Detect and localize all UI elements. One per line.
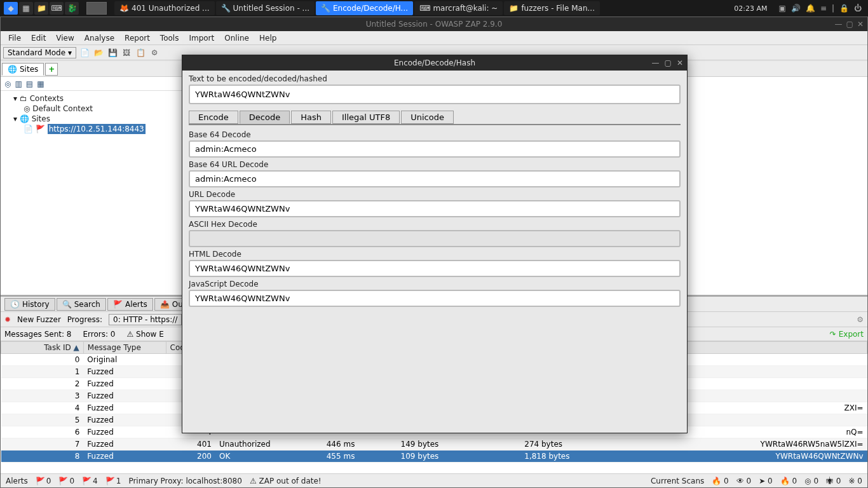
kali-icon[interactable]: 🐉 <box>65 2 79 15</box>
files-icon[interactable]: 📁 <box>34 2 48 15</box>
menu-report[interactable]: Report <box>121 32 154 44</box>
dialog-tab-hash[interactable]: Hash <box>291 111 331 124</box>
window-title: Untitled Session - OWASP ZAP 2.9.0 <box>366 20 503 29</box>
snapshot-icon[interactable]: 🖼 <box>121 47 132 58</box>
section-label: ASCII Hex Decode <box>189 219 681 230</box>
menu-icon[interactable]: ◆ <box>4 2 18 15</box>
menu-view[interactable]: View <box>52 32 78 44</box>
maximize-icon[interactable]: ▢ <box>665 58 672 67</box>
flag-icon: 🚩 <box>82 477 92 485</box>
close-icon[interactable]: ✕ <box>677 58 683 67</box>
flag-icon: 🚩 <box>105 477 115 485</box>
outdated-warning: ⚠ ZAP out of date! <box>250 477 322 485</box>
decode-results: Base 64 DecodeBase 64 URL DecodeURL Deco… <box>189 124 681 307</box>
dialog-titlebar[interactable]: Encode/Decode/Hash — ▢ ✕ <box>182 55 687 71</box>
decode-section: ASCII Hex Decode <box>189 219 681 247</box>
task-item[interactable]: ⌨marcraft@kali: ~ <box>414 1 503 15</box>
dialog-tab-unicode[interactable]: Unicode <box>401 111 454 124</box>
table-row[interactable]: 7Fuzzed401Unauthorized446 ms149 bytes274… <box>1 438 867 451</box>
layout1-icon[interactable]: ▥ <box>15 79 22 88</box>
section-label: Base 64 URL Decode <box>189 159 681 170</box>
dialog-tab-illegal-utf8[interactable]: Illegal UTF8 <box>332 111 400 124</box>
task-list: 🦊401 Unauthorized ...🔧Untitled Session -… <box>111 1 729 15</box>
menu-import[interactable]: Import <box>185 32 218 44</box>
task-item[interactable]: 🦊401 Unauthorized ... <box>114 1 215 15</box>
decode-output[interactable] <box>189 290 681 307</box>
decode-section: URL Decode <box>189 189 681 217</box>
bottom-tab-history[interactable]: 🕓History <box>4 298 55 311</box>
bottom-tab-alerts[interactable]: 🚩Alerts <box>107 298 153 311</box>
task-item[interactable]: 🔧Untitled Session - ... <box>216 1 315 15</box>
decode-output[interactable] <box>189 230 681 247</box>
menu-file[interactable]: File <box>4 32 25 44</box>
chevron-down-icon: ▾ <box>68 48 72 57</box>
dialog-tabs: EncodeDecodeHashIllegal UTF8Unicode <box>189 111 681 124</box>
report-icon[interactable]: 📋 <box>135 47 146 58</box>
close-icon[interactable]: ✕ <box>857 20 864 29</box>
minimize-icon[interactable]: — <box>835 20 843 29</box>
menu-analyse[interactable]: Analyse <box>81 32 118 44</box>
alerts-label: Alerts <box>6 477 28 485</box>
task-item[interactable]: 🔧Encode/Decode/H... <box>316 1 413 15</box>
decode-output[interactable] <box>189 260 681 277</box>
status-bar: Alerts 🚩0 🚩0 🚩4 🚩1 Primary Proxy: localh… <box>1 473 867 487</box>
export-button[interactable]: ↷ Export <box>830 330 864 339</box>
show-errors[interactable]: ⚠ Show E <box>126 330 163 339</box>
window-thumb[interactable] <box>86 2 107 15</box>
sites-tab[interactable]: 🌐Sites <box>2 63 44 76</box>
dialog-title: Encode/Decode/Hash <box>394 58 475 67</box>
minimize-icon[interactable]: — <box>652 58 660 67</box>
terminal-icon[interactable]: ⌨ <box>50 2 64 15</box>
decode-output[interactable] <box>189 200 681 217</box>
globe-icon: 🌐 <box>8 65 17 74</box>
mode-dropdown[interactable]: Standard Mode▾ <box>3 47 76 58</box>
dialog-tab-decode[interactable]: Decode <box>240 111 290 124</box>
settings-icon[interactable]: ⚙ <box>149 47 160 58</box>
lock-icon[interactable]: 🔒 <box>839 4 849 13</box>
menu-edit[interactable]: Edit <box>27 32 50 44</box>
menu-tools[interactable]: Tools <box>156 32 183 44</box>
layout3-icon[interactable]: ▦ <box>37 79 44 88</box>
save-icon[interactable]: 💾 <box>107 47 118 58</box>
site-node-selected[interactable]: https://10.2.51.144:8443 <box>48 124 146 134</box>
dialog-tab-encode[interactable]: Encode <box>189 111 238 124</box>
bottom-tab-search[interactable]: 🔍Search <box>57 298 106 311</box>
menu-online[interactable]: Online <box>220 32 253 44</box>
power-icon[interactable]: ⏻ <box>854 4 862 13</box>
add-tab-button[interactable]: + <box>45 63 58 76</box>
new-icon[interactable]: 📄 <box>79 47 90 58</box>
maximize-icon[interactable]: ▢ <box>846 20 853 29</box>
progress-label: Progress: <box>67 315 102 324</box>
volume-icon[interactable]: 🔊 <box>791 4 801 13</box>
options-icon[interactable]: ⚙ <box>857 315 864 324</box>
menu2-icon[interactable]: ≡ <box>820 4 827 13</box>
table-row[interactable]: 8Fuzzed200OK455 ms109 bytes1,818 bytesYW… <box>1 451 867 463</box>
current-scans: Current Scans <box>651 477 704 485</box>
progress-dropdown[interactable]: 0: HTTP - https:// <box>109 314 182 325</box>
section-label: HTML Decode <box>189 248 681 260</box>
systray: ▣ 🔊 🔔 ≡ | 🔒 ⏻ <box>773 4 868 13</box>
target-icon[interactable]: ◎ <box>4 79 11 88</box>
screen-icon[interactable]: ▣ <box>779 4 786 13</box>
app-icon[interactable]: ▦ <box>19 2 33 15</box>
new-fuzzer-button[interactable]: New Fuzzer <box>17 315 61 324</box>
errors-count: Errors: 0 <box>83 330 115 339</box>
section-label: URL Decode <box>189 189 681 200</box>
menu-help[interactable]: Help <box>255 32 280 44</box>
decode-section: Base 64 URL Decode <box>189 159 681 187</box>
col-header[interactable]: Task ID ▲ <box>1 342 84 354</box>
decode-output[interactable] <box>189 170 681 187</box>
sites-tree[interactable]: ▾ 🗀 Contexts ◎ Default Context ▾ 🌐 Sites… <box>1 91 182 295</box>
open-icon[interactable]: 📂 <box>93 47 104 58</box>
section-label: JavaScript Decode <box>189 278 681 290</box>
input-label: Text to be encoded/decoded/hashed <box>189 73 681 85</box>
encode-input[interactable] <box>189 85 681 104</box>
task-item[interactable]: 📁fuzzers - File Man... <box>504 1 600 15</box>
gear-icon: ✹ <box>4 315 11 324</box>
decode-output[interactable] <box>189 140 681 158</box>
layout2-icon[interactable]: ▤ <box>26 79 33 88</box>
col-header[interactable]: Message Type <box>83 342 166 354</box>
notify-icon[interactable]: 🔔 <box>806 4 815 13</box>
launcher-tray: ◆ ▦ 📁 ⌨ 🐉 <box>0 2 83 15</box>
sites-pane: 🌐Sites + ◎ ▥ ▤ ▦ ▾ 🗀 Contexts ◎ Default … <box>1 62 184 295</box>
